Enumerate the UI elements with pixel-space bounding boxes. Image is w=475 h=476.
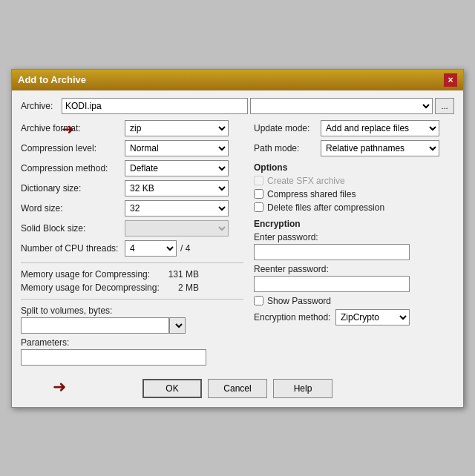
- options-section: Options Create SFX archive Compress shar…: [254, 162, 454, 213]
- memory-compress-label: Memory usage for Compressing:: [21, 269, 162, 280]
- archive-row: Archive: ...: [21, 98, 454, 114]
- create-sfx-label: Create SFX archive: [267, 176, 345, 186]
- solid-block-label: Solid Block size:: [21, 223, 125, 234]
- show-password-label: Show Password: [267, 296, 331, 306]
- reenter-password-input[interactable]: [254, 276, 410, 292]
- options-title: Options: [254, 162, 454, 173]
- archive-label: Archive:: [21, 101, 62, 111]
- update-mode-select[interactable]: Add and replace files: [321, 120, 439, 136]
- left-column: ➜ Archive format: zip Compression level:…: [21, 120, 243, 366]
- format-arrow-icon: ➜: [62, 120, 74, 138]
- path-mode-label: Path mode:: [254, 143, 321, 153]
- cpu-threads-suffix: / 4: [180, 243, 190, 254]
- memory-decompress-row: Memory usage for Decompressing: 2 MB: [21, 282, 243, 293]
- word-size-select[interactable]: 32: [125, 200, 229, 216]
- compression-level-label: Compression level:: [21, 143, 125, 153]
- title-bar: Add to Archive ×: [12, 70, 463, 90]
- dictionary-size-label: Dictionary size:: [21, 183, 125, 194]
- compress-shared-label: Compress shared files: [267, 189, 356, 199]
- close-button[interactable]: ×: [444, 73, 457, 87]
- compression-method-row: Compression method: Deflate: [21, 160, 243, 176]
- window-title: Add to Archive: [18, 74, 86, 85]
- compress-shared-row: Compress shared files: [254, 189, 454, 199]
- solid-block-select[interactable]: [125, 220, 229, 237]
- create-sfx-row: Create SFX archive: [254, 176, 454, 186]
- add-to-archive-dialog: Add to Archive × Archive: ... ➜ Archive …: [11, 69, 464, 408]
- memory-decompress-label: Memory usage for Decompressing:: [21, 282, 162, 293]
- dictionary-size-select[interactable]: 32 KB: [125, 180, 229, 196]
- split-input[interactable]: [21, 317, 169, 334]
- cpu-threads-label: Number of CPU threads:: [21, 243, 125, 254]
- solid-block-row: Solid Block size:: [21, 220, 243, 237]
- cpu-threads-select[interactable]: 4: [125, 240, 177, 257]
- memory-compress-value: 131 MB: [162, 269, 199, 280]
- encryption-method-row: Encryption method: ZipCrypto: [254, 309, 454, 325]
- dictionary-size-row: Dictionary size: 32 KB: [21, 180, 243, 196]
- format-row: ➜ Archive format: zip: [21, 120, 243, 136]
- split-row: Split to volumes, bytes:: [21, 305, 243, 334]
- archive-filename-input[interactable]: [62, 98, 248, 114]
- update-mode-row: Update mode: Add and replace files: [254, 120, 454, 136]
- path-mode-row: Path mode: Relative pathnames: [254, 140, 454, 156]
- help-button[interactable]: Help: [273, 379, 332, 398]
- delete-after-checkbox[interactable]: [254, 202, 263, 212]
- browse-button[interactable]: ...: [435, 98, 454, 114]
- memory-compress-row: Memory usage for Compressing: 131 MB: [21, 269, 243, 280]
- params-input[interactable]: [21, 349, 206, 366]
- memory-decompress-value: 2 MB: [162, 282, 199, 293]
- show-password-checkbox[interactable]: [254, 296, 263, 305]
- encryption-method-label: Encryption method:: [254, 312, 335, 323]
- reenter-password-label: Reenter password:: [254, 264, 454, 274]
- create-sfx-checkbox[interactable]: [254, 176, 263, 185]
- encryption-section: Encryption Enter password: Reenter passw…: [254, 219, 454, 325]
- params-section: Parameters:: [21, 337, 243, 366]
- right-column: Update mode: Add and replace files Path …: [254, 120, 454, 366]
- delete-after-label: Delete files after compression: [267, 202, 384, 213]
- archive-path-select[interactable]: [250, 98, 433, 114]
- format-select[interactable]: zip: [125, 120, 229, 136]
- enter-password-input[interactable]: [254, 244, 410, 260]
- split-label: Split to volumes, bytes:: [21, 305, 243, 316]
- cpu-threads-row: Number of CPU threads: 4 / 4: [21, 240, 243, 257]
- compression-method-label: Compression method:: [21, 163, 125, 173]
- encryption-method-select[interactable]: ZipCrypto: [335, 309, 410, 325]
- compression-method-select[interactable]: Deflate: [125, 160, 229, 176]
- path-mode-select[interactable]: Relative pathnames: [321, 140, 439, 156]
- compression-level-row: Compression level: Normal: [21, 140, 243, 156]
- params-label: Parameters:: [21, 337, 243, 348]
- enter-password-label: Enter password:: [254, 232, 454, 242]
- split-select[interactable]: [169, 317, 186, 334]
- ok-arrow-icon: ➜: [53, 377, 66, 397]
- word-size-row: Word size: 32: [21, 200, 243, 216]
- word-size-label: Word size:: [21, 203, 125, 214]
- compress-shared-checkbox[interactable]: [254, 189, 263, 199]
- update-mode-label: Update mode:: [254, 123, 321, 133]
- show-password-row: Show Password: [254, 296, 454, 306]
- compression-level-select[interactable]: Normal: [125, 140, 229, 156]
- ok-button[interactable]: OK: [142, 379, 202, 398]
- footer: ➜ OK Cancel Help: [12, 373, 463, 407]
- delete-after-row: Delete files after compression: [254, 202, 454, 213]
- cancel-button[interactable]: Cancel: [208, 379, 267, 398]
- encryption-title: Encryption: [254, 219, 454, 229]
